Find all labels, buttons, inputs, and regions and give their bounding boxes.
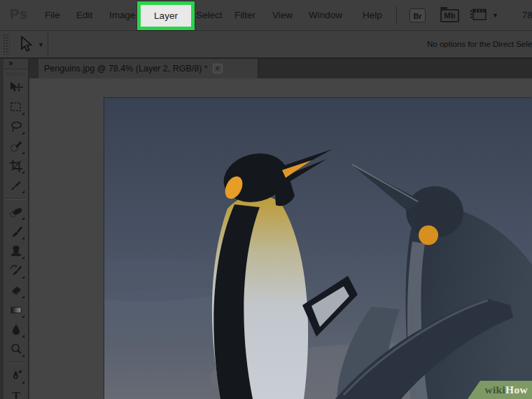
launch-mini-bridge-button[interactable]: Mb — [440, 9, 459, 22]
blur-tool[interactable] — [5, 320, 27, 340]
history-brush-tool-icon — [9, 264, 23, 278]
menu-help[interactable]: Help — [363, 0, 382, 31]
eraser-tool-icon — [9, 284, 23, 298]
gradient-tool[interactable] — [5, 300, 27, 320]
dodge-tool-icon — [9, 342, 23, 356]
move-tool-icon — [8, 80, 24, 94]
options-status-message: No options for the Direct Selec — [427, 31, 532, 57]
tab-close-icon[interactable]: ✕ — [213, 64, 223, 74]
crop-tool-icon — [9, 159, 23, 173]
tools-column: T — [4, 78, 28, 399]
svg-text:T: T — [12, 389, 20, 399]
brush-tool[interactable] — [5, 222, 27, 241]
type-tool[interactable]: T — [5, 386, 27, 399]
view-extras-icon[interactable] — [470, 8, 488, 22]
quick-selection-tool[interactable] — [5, 136, 27, 156]
launch-bridge-button[interactable]: Br — [410, 8, 426, 22]
image-canvas[interactable]: wikiHow — [104, 98, 532, 399]
pasteboard: wikiHow — [29, 78, 532, 399]
pen-tool-icon — [9, 369, 23, 383]
clone-stamp-tool[interactable] — [5, 241, 27, 261]
wikihow-how-text: How — [505, 384, 528, 396]
blur-tool-icon — [9, 323, 23, 337]
tools-separator — [6, 362, 26, 363]
menu-filter[interactable]: Filter — [234, 0, 255, 31]
menubar-zoom-text: 78 — [522, 0, 532, 31]
spot-healing-brush-tool[interactable] — [5, 202, 27, 222]
crop-tool[interactable] — [5, 156, 27, 176]
menu-select[interactable]: Select — [196, 0, 223, 31]
double-chevron-icon: » — [8, 59, 13, 68]
tools-panel-collapse-button[interactable]: » — [4, 59, 28, 69]
history-brush-tool[interactable] — [5, 261, 27, 281]
direct-selection-tool-icon[interactable] — [16, 35, 33, 57]
spot-healing-brush-tool-icon — [9, 205, 23, 219]
menu-view[interactable]: View — [272, 0, 293, 31]
eraser-tool[interactable] — [5, 281, 27, 300]
menu-window[interactable]: Window — [309, 0, 342, 31]
clone-stamp-tool-icon — [9, 244, 23, 258]
layer-menu-highlight[interactable]: Layer — [137, 1, 195, 30]
lasso-tool-icon — [9, 120, 23, 134]
pen-tool[interactable] — [5, 366, 27, 386]
tools-separator — [6, 198, 26, 200]
menu-edit[interactable]: Edit — [76, 0, 92, 31]
eyedropper-tool[interactable] — [5, 176, 27, 195]
photoshop-window: Ps File Edit Image Layer Select Filter V… — [0, 0, 532, 399]
rectangular-marquee-tool[interactable] — [5, 97, 27, 117]
dodge-tool[interactable] — [5, 340, 27, 359]
lasso-tool[interactable] — [5, 117, 27, 136]
menu-layer[interactable]: Layer — [154, 10, 178, 21]
move-tool[interactable] — [5, 78, 27, 97]
document-tab[interactable]: Penguins.jpg @ 78.4% (Layer 2, RGB/8) * … — [38, 59, 258, 78]
eyedropper-tool-icon — [9, 178, 23, 192]
menubar-separator — [396, 6, 397, 24]
type-tool-icon: T — [9, 388, 23, 399]
tool-options-bar: ▼ No options for the Direct Selec — [0, 31, 532, 59]
tool-preset-dropdown-caret[interactable]: ▼ — [38, 41, 44, 48]
document-tab-bar: Penguins.jpg @ 78.4% (Layer 2, RGB/8) * … — [29, 59, 532, 78]
view-extras-dropdown-caret[interactable]: ▼ — [492, 12, 498, 19]
menu-file[interactable]: File — [45, 0, 60, 31]
tools-panel-grip[interactable] — [6, 72, 24, 76]
gradient-tool-icon — [9, 303, 23, 317]
wikihow-wiki-text: wiki — [484, 384, 505, 396]
photoshop-logo: Ps — [10, 6, 27, 22]
penguins-photo — [104, 98, 532, 399]
marquee-tool-icon — [9, 100, 23, 114]
brush-tool-icon — [9, 225, 23, 239]
tools-panel: » — [0, 59, 29, 399]
options-bar-grip[interactable] — [3, 34, 10, 55]
menu-bar: Ps File Edit Image Layer Select Filter V… — [0, 0, 532, 31]
menu-image[interactable]: Image — [109, 0, 136, 31]
options-bar-divider — [48, 32, 48, 57]
document-tab-title: Penguins.jpg @ 78.4% (Layer 2, RGB/8) * — [44, 64, 208, 74]
quick-selection-tool-icon — [9, 139, 23, 153]
